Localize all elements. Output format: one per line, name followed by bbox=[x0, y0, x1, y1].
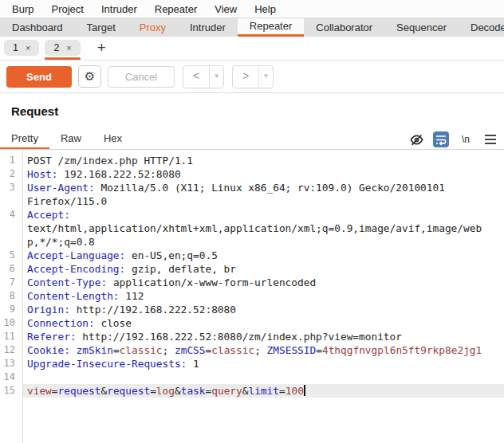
repeater-toolbar: Send ⚙ Cancel < ▾ > ▾ bbox=[0, 61, 504, 93]
menu-item-help[interactable]: Help bbox=[246, 3, 285, 15]
line-number: 9 bbox=[0, 303, 22, 316]
send-button[interactable]: Send bbox=[6, 66, 72, 88]
line-content: p,*/*;q=0.8 bbox=[22, 235, 504, 249]
active-tab-underline bbox=[45, 57, 80, 60]
message-view-icons: \n bbox=[408, 130, 499, 149]
editor-line: 12Cookie: zmSkin=classic; zmCSS=classic;… bbox=[0, 343, 504, 357]
close-icon[interactable]: × bbox=[66, 40, 71, 56]
tab-proxy[interactable]: Proxy bbox=[128, 18, 178, 37]
menu-bar: BurpProjectIntruderRepeaterViewHelp bbox=[0, 0, 504, 18]
prev-arrow[interactable]: < bbox=[183, 66, 209, 88]
line-number: 6 bbox=[0, 262, 22, 276]
editor-line: 2Host: 192.168.222.52:8080 bbox=[0, 167, 504, 181]
line-content: User-Agent: Mozilla/5.0 (X11; Linux x86_… bbox=[22, 181, 504, 194]
request-editor[interactable]: 1POST /zm/index.php HTTP/1.12Host: 192.1… bbox=[0, 150, 504, 443]
line-content: Accept: bbox=[22, 208, 504, 222]
gutter-divider bbox=[22, 150, 23, 443]
editor-line: 11Referer: http://192.168.222.52:8080/zm… bbox=[0, 330, 504, 343]
next-arrow[interactable]: > bbox=[233, 66, 258, 88]
message-view-tabs: PrettyRawHex bbox=[0, 129, 133, 150]
editor-line: text/html,application/xhtml+xml,applicat… bbox=[0, 222, 504, 235]
next-dropdown-icon[interactable]: ▾ bbox=[258, 66, 273, 88]
tab-sequencer[interactable]: Sequencer bbox=[384, 18, 459, 37]
menu-icon[interactable] bbox=[482, 131, 499, 148]
editor-line: 14 bbox=[0, 370, 504, 384]
line-content: Accept-Encoding: gzip, deflate, br bbox=[22, 262, 504, 276]
tab-repeater[interactable]: Repeater bbox=[238, 18, 304, 37]
tab-target[interactable]: Target bbox=[75, 18, 128, 37]
repeater-tab-strip: 1×2×+ bbox=[0, 37, 504, 61]
editor-line: 9Origin: http://192.168.222.52:8080 bbox=[0, 303, 504, 316]
menu-item-project[interactable]: Project bbox=[42, 3, 92, 15]
editor-line: 8Content-Length: 112 bbox=[0, 289, 504, 303]
request-tab-label: 1 bbox=[13, 40, 18, 56]
line-number bbox=[0, 222, 22, 235]
active-tab-underline bbox=[4, 57, 39, 60]
view-tab-raw[interactable]: Raw bbox=[49, 129, 93, 150]
line-number: 15 bbox=[0, 384, 22, 398]
line-number: 8 bbox=[0, 289, 22, 303]
line-number: 1 bbox=[0, 154, 22, 167]
newline-icon[interactable]: \n bbox=[457, 131, 474, 148]
line-number: 5 bbox=[0, 249, 22, 262]
line-content: Connection: close bbox=[22, 316, 504, 330]
prev-request-button[interactable]: < ▾ bbox=[183, 65, 224, 88]
line-number: 2 bbox=[0, 167, 22, 181]
view-tab-pretty[interactable]: Pretty bbox=[0, 129, 49, 150]
editor-line: p,*/*;q=0.8 bbox=[0, 235, 504, 249]
line-number: 11 bbox=[0, 330, 22, 343]
text-cursor bbox=[304, 385, 305, 396]
editor-line: 3User-Agent: Mozilla/5.0 (X11; Linux x86… bbox=[0, 181, 504, 194]
tab-collaborator[interactable]: Collaborator bbox=[304, 18, 384, 37]
line-number bbox=[0, 194, 22, 208]
request-panel-title: Request bbox=[11, 104, 58, 118]
cancel-button[interactable]: Cancel bbox=[108, 66, 175, 88]
editor-line: 4Accept: bbox=[0, 208, 504, 222]
line-content: Firefox/115.0 bbox=[22, 194, 504, 208]
menu-item-burp[interactable]: Burp bbox=[3, 3, 42, 15]
line-content: Cookie: zmSkin=classic; zmCSS=classic; Z… bbox=[22, 343, 504, 357]
line-number: 4 bbox=[0, 208, 22, 222]
tab-dashboard[interactable]: Dashboard bbox=[0, 18, 75, 37]
request-tab-label: 2 bbox=[53, 40, 59, 56]
view-tab-hex[interactable]: Hex bbox=[93, 129, 133, 150]
editor-line: 13Upgrade-Insecure-Requests: 1 bbox=[0, 357, 504, 370]
editor-line: 5Accept-Language: en-US,en;q=0.5 bbox=[0, 249, 504, 262]
editor-line: 10Connection: close bbox=[0, 316, 504, 330]
next-request-button[interactable]: > ▾ bbox=[232, 65, 274, 88]
tab-decoder[interactable]: Decoder bbox=[459, 18, 504, 37]
burp-repeater-window: BurpProjectIntruderRepeaterViewHelp Dash… bbox=[0, 0, 504, 443]
menu-item-view[interactable]: View bbox=[206, 3, 246, 15]
line-number: 7 bbox=[0, 276, 22, 289]
tab-intruder[interactable]: Intruder bbox=[178, 18, 238, 37]
request-tab-pill[interactable]: 1× bbox=[4, 40, 39, 56]
line-content: view=request&request=log&task=query&limi… bbox=[22, 384, 504, 398]
editor-line: 1POST /zm/index.php HTTP/1.1 bbox=[0, 154, 504, 167]
add-tab-button[interactable]: + bbox=[94, 40, 109, 56]
request-tab-2[interactable]: 2× bbox=[45, 40, 80, 60]
main-tab-bar: DashboardTargetProxyIntruderRepeaterColl… bbox=[0, 18, 504, 37]
line-content: Referer: http://192.168.222.52:8080/zm/i… bbox=[22, 330, 504, 343]
line-number bbox=[0, 235, 22, 249]
line-number: 13 bbox=[0, 357, 22, 370]
request-tab-pill[interactable]: 2× bbox=[45, 40, 80, 56]
line-content: Origin: http://192.168.222.52:8080 bbox=[22, 303, 504, 316]
gear-icon[interactable]: ⚙ bbox=[78, 65, 101, 88]
line-content: Accept-Language: en-US,en;q=0.5 bbox=[22, 249, 504, 262]
request-tab-1[interactable]: 1× bbox=[4, 40, 39, 60]
menu-item-repeater[interactable]: Repeater bbox=[146, 3, 206, 15]
editor-line: 15view=request&request=log&task=query&li… bbox=[0, 384, 504, 398]
word-wrap-icon[interactable] bbox=[432, 131, 450, 148]
line-number: 3 bbox=[0, 181, 22, 194]
editor-line: 7Content-Type: application/x-www-form-ur… bbox=[0, 276, 504, 289]
line-content: Content-Length: 112 bbox=[22, 289, 504, 303]
editor-line: 6Accept-Encoding: gzip, deflate, br bbox=[0, 262, 504, 276]
editor-line: Firefox/115.0 bbox=[0, 194, 504, 208]
menu-item-intruder[interactable]: Intruder bbox=[93, 3, 146, 15]
close-icon[interactable]: × bbox=[26, 40, 30, 56]
prev-dropdown-icon[interactable]: ▾ bbox=[209, 66, 223, 88]
hide-icon[interactable] bbox=[408, 131, 425, 148]
line-number: 14 bbox=[0, 370, 22, 384]
line-content: text/html,application/xhtml+xml,applicat… bbox=[22, 222, 504, 235]
line-number: 10 bbox=[0, 316, 22, 330]
